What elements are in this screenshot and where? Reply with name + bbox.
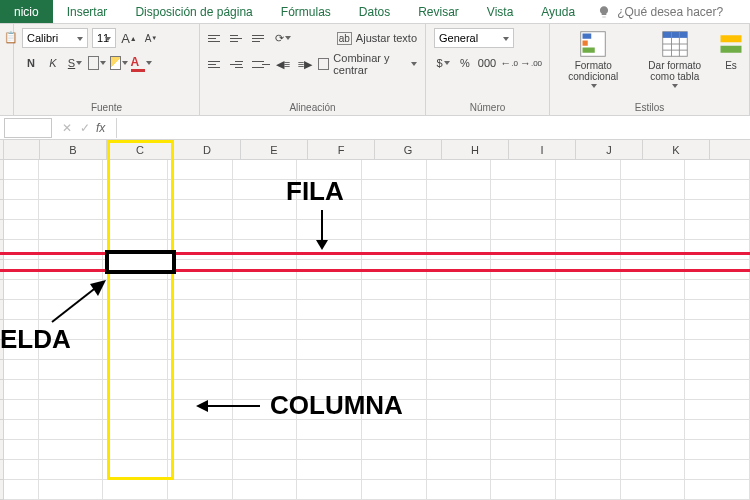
- bold-button[interactable]: N: [22, 54, 40, 72]
- cell[interactable]: [297, 180, 362, 200]
- cell[interactable]: [103, 300, 168, 320]
- cell[interactable]: [168, 400, 233, 420]
- font-size-select[interactable]: 11: [92, 28, 116, 48]
- cell[interactable]: [168, 480, 233, 500]
- cell[interactable]: [621, 180, 686, 200]
- cell[interactable]: [233, 460, 298, 480]
- cell[interactable]: [556, 300, 621, 320]
- cell[interactable]: [362, 180, 427, 200]
- cell[interactable]: [362, 360, 427, 380]
- cell[interactable]: [233, 200, 298, 220]
- cell[interactable]: [297, 240, 362, 260]
- tab-data[interactable]: Datos: [345, 0, 404, 23]
- merge-center-button[interactable]: Combinar y centrar: [318, 54, 417, 74]
- cell[interactable]: [39, 220, 104, 240]
- cell[interactable]: [297, 300, 362, 320]
- cell[interactable]: [685, 340, 750, 360]
- cell[interactable]: [556, 320, 621, 340]
- cell[interactable]: [297, 440, 362, 460]
- cell[interactable]: [362, 260, 427, 280]
- align-left-button[interactable]: [208, 55, 226, 73]
- cell[interactable]: [685, 160, 750, 180]
- cell[interactable]: [685, 380, 750, 400]
- cell[interactable]: [362, 200, 427, 220]
- cell[interactable]: [427, 180, 492, 200]
- name-box[interactable]: [4, 118, 52, 138]
- cell[interactable]: [297, 360, 362, 380]
- cell[interactable]: [556, 420, 621, 440]
- cell[interactable]: [427, 280, 492, 300]
- cell[interactable]: [491, 460, 556, 480]
- cell[interactable]: [233, 240, 298, 260]
- cell[interactable]: [556, 440, 621, 460]
- cell[interactable]: [685, 420, 750, 440]
- cell[interactable]: [362, 340, 427, 360]
- cell[interactable]: [233, 300, 298, 320]
- cell[interactable]: [621, 460, 686, 480]
- fill-color-button[interactable]: [110, 54, 128, 72]
- cell[interactable]: [39, 440, 104, 460]
- cell[interactable]: [39, 300, 104, 320]
- cell[interactable]: [362, 240, 427, 260]
- cell[interactable]: [233, 260, 298, 280]
- cell[interactable]: [233, 280, 298, 300]
- cell[interactable]: [685, 300, 750, 320]
- cell[interactable]: [621, 160, 686, 180]
- cell[interactable]: [362, 400, 427, 420]
- cancel-formula-icon[interactable]: ✕: [62, 121, 72, 135]
- cell[interactable]: [621, 420, 686, 440]
- cell[interactable]: [556, 200, 621, 220]
- cell[interactable]: [168, 420, 233, 440]
- align-middle-button[interactable]: [230, 29, 248, 47]
- italic-button[interactable]: K: [44, 54, 62, 72]
- cell[interactable]: [168, 300, 233, 320]
- cell[interactable]: [427, 420, 492, 440]
- cell[interactable]: [103, 320, 168, 340]
- cell[interactable]: [427, 360, 492, 380]
- cell[interactable]: [556, 340, 621, 360]
- cell[interactable]: [427, 440, 492, 460]
- format-as-table-button[interactable]: Dar formato como tabla: [634, 28, 715, 90]
- tab-view[interactable]: Vista: [473, 0, 527, 23]
- cell[interactable]: [621, 440, 686, 460]
- cell[interactable]: [491, 380, 556, 400]
- cell[interactable]: [233, 160, 298, 180]
- cell[interactable]: [362, 420, 427, 440]
- cell[interactable]: [621, 400, 686, 420]
- cell[interactable]: [621, 480, 686, 500]
- cell[interactable]: [621, 220, 686, 240]
- cell[interactable]: [427, 480, 492, 500]
- cell[interactable]: [621, 200, 686, 220]
- cell[interactable]: [168, 320, 233, 340]
- cell[interactable]: [491, 240, 556, 260]
- cell[interactable]: [297, 200, 362, 220]
- comma-style-button[interactable]: 000: [478, 54, 496, 72]
- cell[interactable]: [103, 420, 168, 440]
- cell[interactable]: [103, 220, 168, 240]
- cell-styles-button[interactable]: Es: [721, 28, 741, 90]
- cell[interactable]: [168, 340, 233, 360]
- cell[interactable]: [39, 380, 104, 400]
- cell[interactable]: [556, 260, 621, 280]
- cell[interactable]: [168, 440, 233, 460]
- cell[interactable]: [39, 400, 104, 420]
- cell[interactable]: [233, 340, 298, 360]
- cell[interactable]: [685, 460, 750, 480]
- orientation-button[interactable]: ⟳: [274, 29, 292, 47]
- cell[interactable]: [39, 340, 104, 360]
- cell[interactable]: [233, 400, 298, 420]
- cell[interactable]: [491, 420, 556, 440]
- cell[interactable]: [491, 480, 556, 500]
- wrap-text-button[interactable]: ab Ajustar texto: [337, 28, 417, 48]
- cell[interactable]: [39, 240, 104, 260]
- cell[interactable]: [103, 460, 168, 480]
- cell[interactable]: [297, 380, 362, 400]
- cell[interactable]: [362, 220, 427, 240]
- col-header-j[interactable]: J: [576, 140, 643, 159]
- cell-grid[interactable]: [0, 160, 750, 500]
- cell[interactable]: [168, 260, 233, 280]
- increase-font-button[interactable]: A▲: [120, 29, 138, 47]
- col-header-b[interactable]: B: [40, 140, 107, 159]
- cell[interactable]: [168, 460, 233, 480]
- cell[interactable]: [621, 240, 686, 260]
